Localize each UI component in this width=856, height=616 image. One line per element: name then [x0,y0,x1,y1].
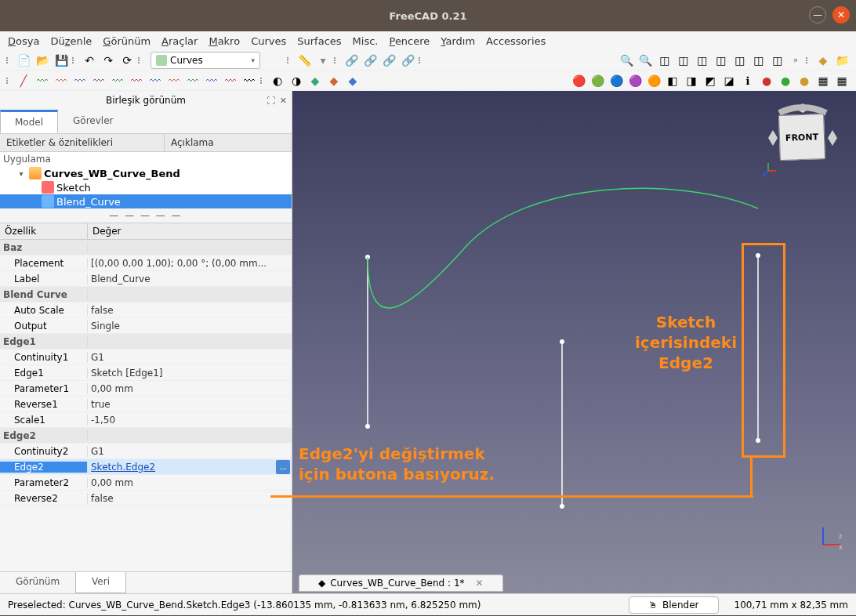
color-tool-icon[interactable]: 🔴 [571,73,586,89]
curve-tool-icon[interactable]: 〰 [223,73,238,89]
surface-tool-icon[interactable]: ◆ [326,73,342,89]
menu-edit[interactable]: Düzenle [50,35,92,47]
solid-tool-icon[interactable]: ◨ [684,73,699,89]
tab-tasks[interactable]: Görevler [58,110,128,133]
solid-tool-icon[interactable]: ◧ [665,73,680,89]
curve-tool-icon[interactable]: 〰 [241,73,257,89]
prop-edge2-row[interactable]: Edge2 Sketch.Edge2 ... [0,459,292,475]
tree-header-labels: Etiketler & öznitelikleri [0,134,165,151]
open-icon[interactable]: 📂 [34,53,50,68]
workbench-selector[interactable]: Curves [151,52,260,69]
minimize-button[interactable]: — [809,6,826,24]
tool-icon[interactable]: 🔗 [400,53,415,68]
solid-tool-icon[interactable]: ● [778,73,793,89]
splitter[interactable]: — — — — — [0,208,292,223]
undo-icon[interactable]: ↶ [82,53,97,68]
link-icon[interactable]: 🔗 [343,53,359,68]
refresh-icon[interactable]: ⟳ [119,53,135,68]
fit-all-icon[interactable]: 🔍 [619,53,635,68]
color-tool-icon[interactable]: 🟢 [589,73,605,89]
tree-blend-curve[interactable]: Blend_Curve [0,194,292,208]
curve-tool-icon[interactable]: 〰 [72,73,88,89]
tree-sketch[interactable]: Sketch [0,180,292,194]
line-tool-icon[interactable]: ╱ [16,73,31,89]
navcube-front[interactable]: FRONT [778,114,825,161]
menu-view[interactable]: Görünüm [103,35,151,47]
menu-tools[interactable]: Araçlar [161,35,198,47]
new-icon[interactable]: 📄 [16,53,31,68]
menu-misc[interactable]: Misc. [353,35,379,47]
document-tab[interactable]: ◆ Curves_WB_Curve_Bend : 1* ✕ [299,574,503,592]
navstyle-button[interactable]: 🖱 Blender [629,596,719,614]
fit-sel-icon[interactable]: 🔍 [638,53,654,68]
save-icon[interactable]: 💾 [53,53,69,68]
toolbar-grip[interactable] [6,57,11,63]
tool-icon[interactable]: 🔗 [381,53,397,68]
curve-tool-icon[interactable]: 〰 [204,73,219,89]
curve-tool-icon[interactable]: 〰 [91,73,107,89]
solid-tool-icon[interactable]: ◪ [721,73,737,89]
menu-surfaces[interactable]: Surfaces [297,35,341,47]
menu-curves[interactable]: Curves [251,35,286,47]
menu-file[interactable]: Dosya [8,35,39,47]
tree-view[interactable]: Uygulama ▾ Curves_WB_Curve_Bend Sketch B… [0,152,292,208]
menu-help[interactable]: Yardım [441,35,475,47]
3d-viewport[interactable]: Sketch içerisindeki Edge2 Edge2'yi değiş… [292,91,856,593]
color-tool-icon[interactable]: 🟠 [646,73,662,89]
curve-tool-icon[interactable]: 〰 [185,73,201,89]
surface-tool-icon[interactable]: ◑ [288,73,304,89]
color-tool-icon[interactable]: 🟣 [627,73,643,89]
menu-macro[interactable]: Makro [209,35,240,47]
tab-view[interactable]: Görünüm [0,572,75,593]
surface-tool-icon[interactable]: ◐ [270,73,285,89]
part-icon[interactable]: ◆ [815,53,831,68]
svg-marker-10 [768,130,778,146]
measure-icon[interactable]: 📏 [296,53,312,68]
view-top-icon[interactable]: ◫ [695,53,710,68]
view-left-icon[interactable]: ◫ [770,53,785,68]
surface-tool-icon[interactable]: ◆ [307,73,323,89]
view-bottom-icon[interactable]: ◫ [751,53,767,68]
group-icon[interactable]: 📁 [834,53,850,68]
toggle-icon[interactable]: ▾ [16,169,27,178]
view-front-icon[interactable]: ◫ [676,53,691,68]
edge2-edit-button[interactable]: ... [276,460,290,474]
document-tab-label: Curves_WB_Curve_Bend : 1* [330,578,464,589]
svg-marker-11 [828,130,837,146]
surface-tool-icon[interactable]: ◆ [345,73,361,89]
curve-tool-icon[interactable]: 〰 [53,73,69,89]
solid-tool-icon[interactable]: ● [796,73,812,89]
curve-tool-icon[interactable]: 〰 [166,73,182,89]
view-right-icon[interactable]: ◫ [713,53,729,68]
menu-accessories[interactable]: Accessories [486,35,546,47]
color-tool-icon[interactable]: 🔵 [608,73,624,89]
grid-icon[interactable]: ▦ [834,73,850,89]
solid-tool-icon[interactable]: ◩ [702,73,718,89]
tree-app-root[interactable]: Uygulama [0,152,292,166]
view-iso-icon[interactable]: ◫ [657,53,673,68]
expand-icon[interactable]: ⛶ [267,96,275,106]
navigation-cube[interactable]: FRONT [764,99,842,177]
property-editor[interactable]: Baz Placement[(0,00 0,00 1,00); 0,00 °; … [0,240,292,571]
prop-edge2-value[interactable]: Sketch.Edge2 [88,462,276,473]
tool-icon[interactable]: 🔗 [362,53,378,68]
solid-tool-icon[interactable]: ● [759,73,774,89]
tool-icon[interactable]: ▾ [315,53,331,68]
tab-data[interactable]: Veri [75,572,126,593]
tab-model[interactable]: Model [0,110,58,133]
info-icon[interactable]: ℹ [740,73,756,89]
close-button[interactable]: ✕ [832,6,850,24]
menu-window[interactable]: Pencere [389,35,430,47]
close-panel-icon[interactable]: ✕ [280,96,287,106]
tree-document[interactable]: ▾ Curves_WB_Curve_Bend [0,166,292,180]
view-rear-icon[interactable]: ◫ [732,53,748,68]
curve-tool-icon[interactable]: 〰 [129,73,144,89]
curve-tool-icon[interactable]: 〰 [147,73,163,89]
panel-header: Birleşik görünüm ⛶ ✕ [0,91,292,110]
document-tab-close-icon[interactable]: ✕ [476,578,484,589]
curve-tool-icon[interactable]: 〰 [110,73,125,89]
curve-tool-icon[interactable]: 〰 [34,73,50,89]
svg-line-14 [763,171,768,176]
redo-icon[interactable]: ↷ [100,53,116,68]
grid-icon[interactable]: ▦ [815,73,831,89]
